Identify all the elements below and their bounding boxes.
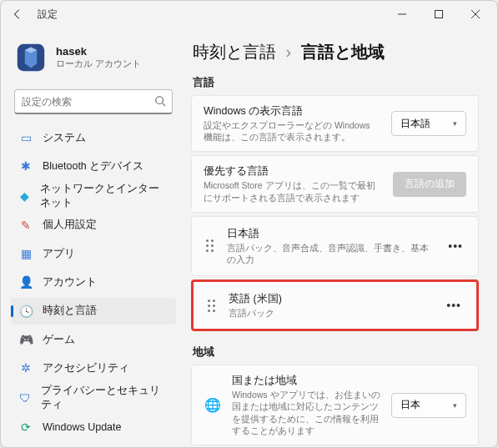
sidebar-item-windows-update[interactable]: ⟳Windows Update [11,414,176,440]
sidebar-item-time-language[interactable]: 🕓時刻と言語 [11,298,176,325]
language-item-japanese[interactable]: 日本語 言語パック、音声合成、音声認識、手書き、基本の入力 ••• [191,216,479,276]
globe-icon: 🌐 [204,397,222,413]
minimize-icon [398,10,406,18]
gaming-icon: 🎮 [19,333,33,346]
country-region-select[interactable]: 日本 ▾ [391,393,466,418]
country-region-card: 🌐 国または地域 Windows やアプリでは、お住まいの国または地域に対応した… [191,365,479,445]
window-controls [384,1,494,28]
close-icon [471,10,480,18]
language-name: 英語 (米国) [229,292,431,306]
main-content: 時刻と言語 › 言語と地域 言語 Windows の表示言語 設定やエクスプロー… [183,28,497,447]
chevron-down-icon: ▾ [453,401,457,410]
back-button[interactable] [4,1,31,28]
maximize-button[interactable] [420,1,457,28]
time-language-icon: 🕓 [19,305,33,318]
privacy-icon: 🛡 [19,391,31,405]
sidebar-item-gaming[interactable]: 🎮ゲーム [11,326,176,353]
sidebar-item-bluetooth[interactable]: ✱Bluetooth とデバイス [11,153,176,179]
sidebar-item-accounts[interactable]: 👤アカウント [11,269,176,295]
profile-name: hasek [56,45,141,58]
language-item-english-us[interactable]: 英語 (米国) 言語パック ••• [191,279,479,331]
display-language-sub: 設定やエクスプローラーなどの Windows 機能は、この言語で表示されます。 [204,119,381,143]
search-box [14,89,173,114]
maximize-icon [435,10,443,18]
network-icon: ◆ [19,189,30,203]
section-region: 地域 [193,345,479,360]
language-name: 日本語 [227,227,433,241]
sidebar-item-privacy[interactable]: 🛡プライバシーとセキュリティ [11,384,176,412]
display-language-select[interactable]: 日本語 ▾ [391,111,466,136]
language-features: 言語パック [229,307,431,319]
country-region-sub: Windows やアプリでは、お住まいの国または地域に対応したコンテンツを提供す… [232,389,381,436]
search-icon [154,95,166,110]
breadcrumb-parent[interactable]: 時刻と言語 [193,43,276,61]
minimize-button[interactable] [384,1,420,28]
svg-line-6 [163,103,166,107]
settings-window: 設定 hasek ローカル アカウント ▭システム ✱Blu [0,0,498,448]
profile-avatar [14,41,48,74]
sidebar-item-system[interactable]: ▭システム [11,124,176,151]
apps-icon: ▦ [19,247,33,260]
preferred-language-title: 優先する言語 [204,164,383,179]
close-button[interactable] [457,1,494,28]
personalization-icon: ✎ [19,219,33,232]
add-language-button[interactable]: 言語の追加 [393,172,466,197]
titlebar: 設定 [1,1,497,28]
drag-handle-icon[interactable] [204,239,215,252]
system-icon: ▭ [19,131,33,144]
breadcrumb-separator: › [286,43,292,61]
language-features: 言語パック、音声合成、音声認識、手書き、基本の入力 [227,242,433,265]
accessibility-icon: ✲ [19,361,33,375]
display-language-title: Windows の表示言語 [204,104,381,118]
sidebar-item-apps[interactable]: ▦アプリ [11,240,176,267]
sidebar: hasek ローカル アカウント ▭システム ✱Bluetooth とデバイス … [1,28,183,447]
sidebar-item-accessibility[interactable]: ✲アクセシビリティ [11,355,176,381]
windows-update-icon: ⟳ [19,420,33,434]
bluetooth-icon: ✱ [19,159,33,173]
preferred-language-sub: Microsoft Store アプリは、この一覧で最初にサポートされる言語で表… [204,179,383,203]
sidebar-item-personalization[interactable]: ✎個人用設定 [11,212,176,239]
sidebar-item-network[interactable]: ◆ネットワークとインターネット [11,182,176,210]
svg-point-5 [156,97,163,104]
breadcrumb-current: 言語と地域 [301,43,385,61]
more-options-button[interactable]: ••• [445,236,466,256]
drag-handle-icon[interactable] [205,300,217,312]
breadcrumb: 時刻と言語 › 言語と地域 [193,41,479,63]
window-title: 設定 [38,8,384,22]
section-language: 言語 [193,75,479,90]
profile-account-type: ローカル アカウント [56,58,141,70]
preferred-language-card: 優先する言語 Microsoft Store アプリは、この一覧で最初にサポート… [191,155,479,212]
accounts-icon: 👤 [19,275,33,289]
search-input[interactable] [14,89,173,114]
more-options-button[interactable]: ••• [443,295,465,315]
svg-rect-1 [435,11,443,18]
chevron-down-icon: ▾ [453,119,457,128]
country-region-title: 国または地域 [232,374,381,388]
display-language-card: Windows の表示言語 設定やエクスプローラーなどの Windows 機能は… [191,95,479,152]
profile[interactable]: hasek ローカル アカウント [11,34,176,84]
arrow-left-icon [12,8,23,20]
